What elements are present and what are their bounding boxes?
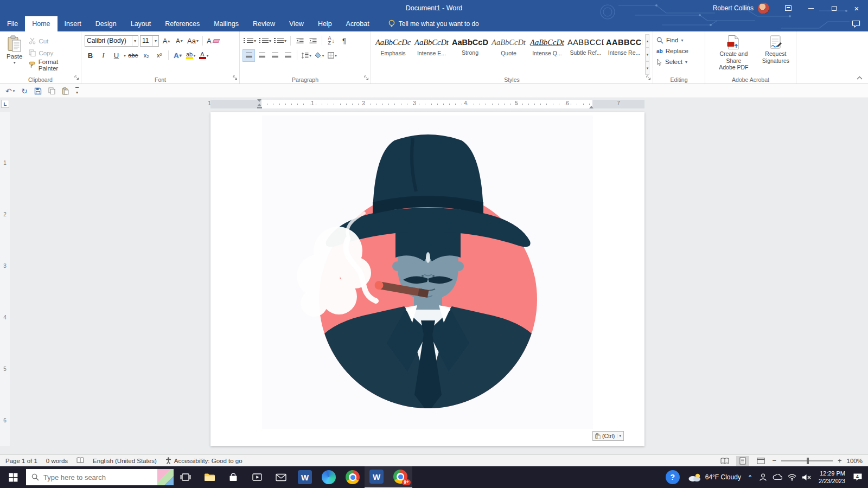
collapse-ribbon-button[interactable] — [857, 72, 863, 82]
start-button[interactable] — [0, 466, 26, 488]
change-case-button[interactable]: Aa▾ — [187, 35, 199, 47]
movies-app-button[interactable] — [245, 466, 269, 488]
bold-button[interactable]: B — [85, 50, 96, 61]
justify-button[interactable] — [282, 50, 293, 61]
word-running-button[interactable]: W — [365, 466, 388, 488]
hanging-indent-marker[interactable] — [257, 104, 261, 106]
style-emphasis[interactable]: AaBbCcDc Emphasis — [374, 36, 412, 75]
style-intense-quote[interactable]: AaBbCcDt Intense Q... — [528, 36, 566, 75]
cut-button[interactable]: Cut — [29, 36, 78, 46]
mail-app-button[interactable] — [269, 466, 293, 488]
qat-copy-button[interactable] — [48, 87, 55, 94]
request-signatures-button[interactable]: Request Signatures — [759, 34, 793, 75]
right-indent-marker[interactable] — [589, 106, 593, 108]
line-spacing-button[interactable]: ▾ — [301, 50, 312, 61]
chrome-browser-button[interactable] — [341, 466, 365, 488]
edge-browser-button[interactable] — [317, 466, 341, 488]
tab-acrobat[interactable]: Acrobat — [339, 16, 376, 31]
superscript-button[interactable]: x² — [154, 50, 165, 61]
shrink-font-button[interactable]: A▾ — [174, 35, 185, 47]
numbered-list-button[interactable]: ▾ — [258, 35, 272, 47]
volume-muted-tray-icon[interactable] — [802, 474, 811, 481]
text-effects-button[interactable]: A▾ — [172, 50, 183, 61]
comments-button[interactable] — [852, 16, 860, 31]
find-button[interactable]: Find ▾ — [656, 35, 701, 46]
tab-insert[interactable]: Insert — [58, 16, 88, 31]
tab-file[interactable]: File — [0, 16, 25, 31]
tab-design[interactable]: Design — [88, 16, 124, 31]
tab-layout[interactable]: Layout — [124, 16, 158, 31]
clipboard-dialog-launcher[interactable] — [74, 73, 79, 82]
strikethrough-button[interactable]: abe — [127, 50, 139, 61]
task-view-button[interactable] — [174, 466, 197, 488]
font-dialog-launcher[interactable] — [233, 73, 238, 82]
zoom-slider[interactable] — [781, 460, 833, 461]
left-indent-marker[interactable] — [257, 107, 262, 109]
style-intense-emphasis[interactable]: AaBbCcDt Intense E... — [413, 36, 450, 75]
font-name-combo[interactable]: ▾ — [85, 35, 138, 47]
wifi-tray-icon[interactable] — [788, 474, 796, 481]
align-center-button[interactable] — [256, 50, 267, 61]
ribbon-display-options-button[interactable] — [777, 0, 800, 16]
style-quote[interactable]: AaBbCcDt Quote — [490, 36, 527, 75]
customize-qat-button[interactable]: ▔▾ — [75, 88, 79, 94]
zoom-level[interactable]: 100% — [847, 458, 863, 464]
tab-review[interactable]: Review — [246, 16, 282, 31]
first-line-indent-marker[interactable] — [257, 99, 261, 102]
subscript-button[interactable]: x₂ — [141, 50, 152, 61]
select-button[interactable]: Select ▾ — [656, 56, 701, 67]
show-hidden-icons-button[interactable]: ^ — [749, 474, 751, 480]
redo-button[interactable]: ↻ — [21, 87, 28, 95]
styles-scroll-down-button[interactable]: ▾ — [646, 48, 649, 61]
user-name[interactable]: Robert Collins — [713, 4, 754, 12]
help-button[interactable]: ? — [666, 470, 680, 484]
undo-button[interactable]: ↶▾ — [5, 87, 15, 95]
search-input[interactable] — [39, 473, 157, 481]
styles-scroll-up-button[interactable]: ▴ — [646, 34, 649, 48]
shading-button[interactable]: ▾ — [314, 50, 325, 61]
paste-dropdown-icon[interactable]: ▾ — [14, 60, 16, 65]
proofing-status[interactable] — [76, 457, 84, 465]
font-name-dropdown-icon[interactable]: ▾ — [132, 36, 138, 46]
action-center-button[interactable]: 4 — [853, 473, 863, 481]
align-left-button[interactable] — [243, 50, 254, 61]
tab-view[interactable]: View — [282, 16, 311, 31]
onedrive-tray-icon[interactable] — [773, 474, 782, 480]
underline-dropdown-icon[interactable]: ▾ — [124, 53, 126, 58]
paste-options-button[interactable]: (Ctrl) ▾ — [592, 431, 624, 441]
replace-button[interactable]: ab Replace — [656, 46, 701, 56]
document-page[interactable]: (Ctrl) ▾ — [210, 112, 644, 446]
weather-widget[interactable]: 64°F Cloudy — [687, 472, 741, 482]
read-mode-button[interactable] — [718, 456, 731, 466]
tab-home[interactable]: Home — [25, 16, 57, 31]
chrome-profile-button[interactable]: 9+ — [388, 466, 412, 488]
page-indicator[interactable]: Page 1 of 1 — [5, 458, 37, 464]
increase-indent-button[interactable] — [307, 35, 318, 47]
style-strong[interactable]: AaBbCcDc Strong — [451, 36, 489, 75]
word-count[interactable]: 0 words — [46, 458, 68, 464]
copy-button[interactable]: Copy — [29, 48, 78, 58]
zoom-in-button[interactable]: + — [838, 457, 842, 465]
bullet-list-button[interactable]: ▾ — [243, 35, 257, 47]
format-painter-button[interactable]: Format Painter — [29, 60, 78, 70]
tab-help[interactable]: Help — [311, 16, 339, 31]
zoom-out-button[interactable]: − — [772, 457, 776, 465]
tab-mailings[interactable]: Mailings — [207, 16, 246, 31]
word-pinned-button[interactable]: W — [293, 466, 317, 488]
clear-formatting-button[interactable]: A — [206, 35, 220, 47]
maximize-button[interactable] — [822, 0, 845, 16]
people-tray-icon[interactable] — [759, 473, 767, 481]
user-avatar[interactable] — [758, 3, 769, 14]
style-intense-reference[interactable]: AABBCCDD Intense Re... — [605, 36, 643, 75]
paste-button[interactable]: Paste ▾ — [3, 34, 25, 75]
styles-dialog-launcher[interactable] — [646, 73, 651, 82]
font-name-input[interactable] — [85, 37, 132, 44]
create-pdf-button[interactable]: Create and Share Adobe PDF — [709, 34, 759, 75]
save-button[interactable] — [34, 87, 42, 95]
font-size-input[interactable] — [141, 37, 152, 44]
multilevel-list-button[interactable]: ▾ — [273, 35, 287, 47]
microsoft-store-button[interactable] — [221, 466, 245, 488]
web-layout-button[interactable] — [754, 456, 767, 466]
tell-me-box[interactable]: Tell me what you want to do — [388, 16, 479, 31]
align-right-button[interactable] — [269, 50, 280, 61]
